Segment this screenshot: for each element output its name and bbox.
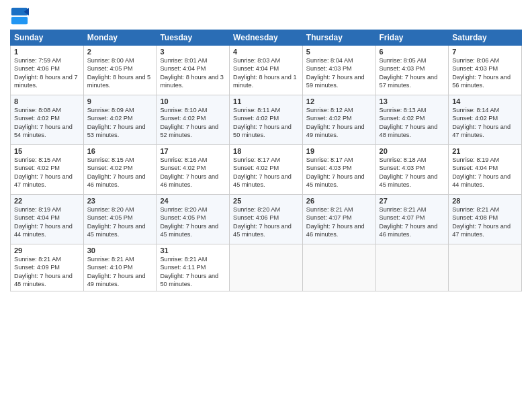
calendar-cell: 18Sunrise: 8:17 AMSunset: 4:02 PMDayligh… xyxy=(230,145,303,195)
day-number: 1 xyxy=(14,48,80,56)
day-info: Sunrise: 8:15 AMSunset: 4:02 PMDaylight:… xyxy=(14,156,80,189)
day-info: Sunrise: 8:17 AMSunset: 4:02 PMDaylight:… xyxy=(233,156,299,189)
day-info: Sunrise: 8:21 AMSunset: 4:07 PMDaylight:… xyxy=(306,205,372,239)
day-number: 13 xyxy=(380,97,445,105)
day-info: Sunrise: 8:20 AMSunset: 4:05 PMDaylight:… xyxy=(87,205,153,239)
calendar-cell: 5Sunrise: 8:04 AMSunset: 4:03 PMDaylight… xyxy=(302,46,375,95)
day-number: 6 xyxy=(380,48,445,56)
day-number: 29 xyxy=(14,246,80,255)
calendar-cell: 21Sunrise: 8:19 AMSunset: 4:04 PMDayligh… xyxy=(449,145,522,195)
calendar-cell: 20Sunrise: 8:18 AMSunset: 4:03 PMDayligh… xyxy=(375,145,449,195)
day-info: Sunrise: 8:14 AMSunset: 4:02 PMDaylight:… xyxy=(452,106,518,140)
day-info: Sunrise: 8:18 AMSunset: 4:03 PMDaylight:… xyxy=(380,156,445,189)
day-info: Sunrise: 8:21 AMSunset: 4:10 PMDaylight:… xyxy=(87,255,153,289)
calendar-cell: 19Sunrise: 8:17 AMSunset: 4:03 PMDayligh… xyxy=(302,145,375,195)
day-number: 15 xyxy=(14,147,80,155)
day-number: 21 xyxy=(452,147,518,155)
day-info: Sunrise: 8:15 AMSunset: 4:02 PMDaylight:… xyxy=(87,156,153,189)
page: SundayMondayTuesdayWednesdayThursdayFrid… xyxy=(0,0,532,411)
calendar-cell: 10Sunrise: 8:10 AMSunset: 4:02 PMDayligh… xyxy=(157,95,230,145)
calendar-cell: 9Sunrise: 8:09 AMSunset: 4:02 PMDaylight… xyxy=(83,95,157,145)
day-number: 7 xyxy=(452,48,518,56)
week-row-3: 15Sunrise: 8:15 AMSunset: 4:02 PMDayligh… xyxy=(11,145,522,195)
calendar-cell: 2Sunrise: 8:00 AMSunset: 4:05 PMDaylight… xyxy=(83,46,157,95)
calendar-cell: 16Sunrise: 8:15 AMSunset: 4:02 PMDayligh… xyxy=(83,145,157,195)
day-info: Sunrise: 8:12 AMSunset: 4:02 PMDaylight:… xyxy=(306,106,372,140)
day-info: Sunrise: 7:59 AMSunset: 4:06 PMDaylight:… xyxy=(14,56,80,90)
day-number: 30 xyxy=(87,246,153,255)
day-info: Sunrise: 8:05 AMSunset: 4:03 PMDaylight:… xyxy=(380,56,445,90)
header xyxy=(10,7,522,26)
col-header-sunday: Sunday xyxy=(11,30,84,46)
calendar-cell: 27Sunrise: 8:21 AMSunset: 4:07 PMDayligh… xyxy=(375,195,449,244)
week-row-5: 29Sunrise: 8:21 AMSunset: 4:09 PMDayligh… xyxy=(11,244,522,291)
day-number: 24 xyxy=(160,197,226,205)
calendar-cell: 17Sunrise: 8:16 AMSunset: 4:02 PMDayligh… xyxy=(157,145,230,195)
day-number: 16 xyxy=(87,147,153,155)
day-info: Sunrise: 8:21 AMSunset: 4:08 PMDaylight:… xyxy=(452,205,518,239)
calendar-cell: 8Sunrise: 8:08 AMSunset: 4:02 PMDaylight… xyxy=(11,95,84,145)
calendar-cell: 29Sunrise: 8:21 AMSunset: 4:09 PMDayligh… xyxy=(11,244,84,291)
day-number: 8 xyxy=(14,97,80,105)
day-number: 10 xyxy=(160,97,226,105)
calendar-cell: 12Sunrise: 8:12 AMSunset: 4:02 PMDayligh… xyxy=(302,95,375,145)
calendar-cell xyxy=(449,244,522,291)
col-header-tuesday: Tuesday xyxy=(157,30,230,46)
calendar-cell: 25Sunrise: 8:20 AMSunset: 4:06 PMDayligh… xyxy=(230,195,303,244)
calendar-cell: 24Sunrise: 8:20 AMSunset: 4:05 PMDayligh… xyxy=(157,195,230,244)
day-number: 2 xyxy=(87,48,153,56)
day-info: Sunrise: 8:19 AMSunset: 4:04 PMDaylight:… xyxy=(452,156,518,189)
calendar-cell: 1Sunrise: 7:59 AMSunset: 4:06 PMDaylight… xyxy=(11,46,84,95)
calendar-cell: 15Sunrise: 8:15 AMSunset: 4:02 PMDayligh… xyxy=(11,145,84,195)
calendar-cell: 3Sunrise: 8:01 AMSunset: 4:04 PMDaylight… xyxy=(157,46,230,95)
day-info: Sunrise: 8:20 AMSunset: 4:05 PMDaylight:… xyxy=(160,205,226,239)
logo-icon xyxy=(10,7,29,26)
day-number: 9 xyxy=(87,97,153,105)
day-info: Sunrise: 8:03 AMSunset: 4:04 PMDaylight:… xyxy=(233,56,299,90)
day-number: 28 xyxy=(452,197,518,205)
day-info: Sunrise: 8:13 AMSunset: 4:02 PMDaylight:… xyxy=(380,106,445,140)
calendar-cell: 30Sunrise: 8:21 AMSunset: 4:10 PMDayligh… xyxy=(83,244,157,291)
day-number: 22 xyxy=(14,197,80,205)
calendar-cell: 23Sunrise: 8:20 AMSunset: 4:05 PMDayligh… xyxy=(83,195,157,244)
col-header-saturday: Saturday xyxy=(449,30,522,46)
day-number: 27 xyxy=(380,197,445,205)
day-info: Sunrise: 8:19 AMSunset: 4:04 PMDaylight:… xyxy=(14,205,80,239)
calendar-cell: 14Sunrise: 8:14 AMSunset: 4:02 PMDayligh… xyxy=(449,95,522,145)
day-number: 11 xyxy=(233,97,299,105)
calendar-cell: 6Sunrise: 8:05 AMSunset: 4:03 PMDaylight… xyxy=(375,46,449,95)
col-header-monday: Monday xyxy=(83,30,157,46)
week-row-4: 22Sunrise: 8:19 AMSunset: 4:04 PMDayligh… xyxy=(11,195,522,244)
day-number: 12 xyxy=(306,97,372,105)
calendar-cell xyxy=(230,244,303,291)
day-info: Sunrise: 8:21 AMSunset: 4:07 PMDaylight:… xyxy=(380,205,445,239)
calendar-header-row: SundayMondayTuesdayWednesdayThursdayFrid… xyxy=(11,30,522,46)
day-info: Sunrise: 8:08 AMSunset: 4:02 PMDaylight:… xyxy=(14,106,80,140)
day-number: 25 xyxy=(233,197,299,205)
day-number: 3 xyxy=(160,48,226,56)
day-number: 5 xyxy=(306,48,372,56)
calendar-cell: 28Sunrise: 8:21 AMSunset: 4:08 PMDayligh… xyxy=(449,195,522,244)
day-info: Sunrise: 8:16 AMSunset: 4:02 PMDaylight:… xyxy=(160,156,226,189)
day-info: Sunrise: 8:01 AMSunset: 4:04 PMDaylight:… xyxy=(160,56,226,90)
calendar-cell xyxy=(302,244,375,291)
week-row-1: 1Sunrise: 7:59 AMSunset: 4:06 PMDaylight… xyxy=(11,46,522,95)
day-number: 17 xyxy=(160,147,226,155)
col-header-thursday: Thursday xyxy=(302,30,375,46)
day-number: 18 xyxy=(233,147,299,155)
day-info: Sunrise: 8:21 AMSunset: 4:11 PMDaylight:… xyxy=(160,255,226,289)
day-info: Sunrise: 8:21 AMSunset: 4:09 PMDaylight:… xyxy=(14,255,80,289)
day-info: Sunrise: 8:00 AMSunset: 4:05 PMDaylight:… xyxy=(87,56,153,90)
week-row-2: 8Sunrise: 8:08 AMSunset: 4:02 PMDaylight… xyxy=(11,95,522,145)
day-number: 23 xyxy=(87,197,153,205)
day-number: 4 xyxy=(233,48,299,56)
calendar-cell: 26Sunrise: 8:21 AMSunset: 4:07 PMDayligh… xyxy=(302,195,375,244)
calendar-cell: 13Sunrise: 8:13 AMSunset: 4:02 PMDayligh… xyxy=(375,95,449,145)
calendar-cell: 4Sunrise: 8:03 AMSunset: 4:04 PMDaylight… xyxy=(230,46,303,95)
logo xyxy=(10,7,30,26)
day-info: Sunrise: 8:10 AMSunset: 4:02 PMDaylight:… xyxy=(160,106,226,140)
day-info: Sunrise: 8:17 AMSunset: 4:03 PMDaylight:… xyxy=(306,156,372,189)
day-info: Sunrise: 8:06 AMSunset: 4:03 PMDaylight:… xyxy=(452,56,518,90)
calendar-table: SundayMondayTuesdayWednesdayThursdayFrid… xyxy=(10,30,522,291)
calendar-cell: 22Sunrise: 8:19 AMSunset: 4:04 PMDayligh… xyxy=(11,195,84,244)
